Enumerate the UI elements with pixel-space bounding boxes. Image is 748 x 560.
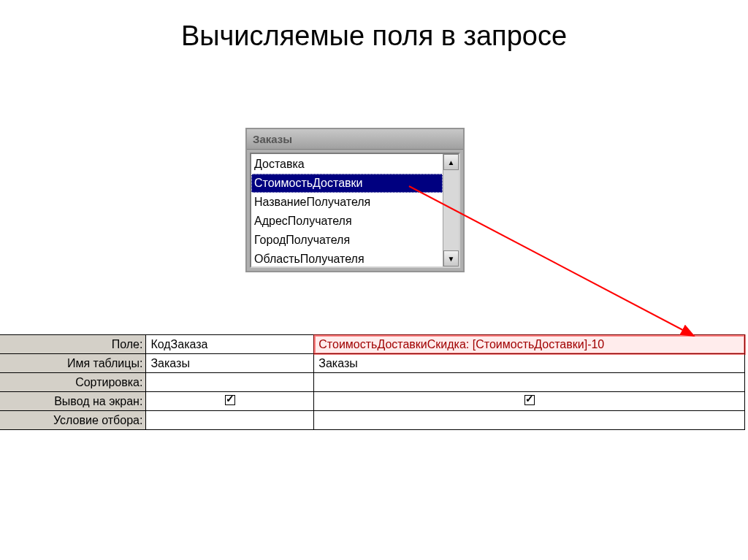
row-label-criteria: Условие отбора:	[0, 411, 146, 430]
cell-sort-col2[interactable]	[314, 373, 745, 392]
field-item[interactable]: АдресПолучателя	[251, 212, 443, 231]
row-label-show: Вывод на экран:	[0, 392, 146, 411]
grid-row-field: Поле: КодЗаказа СтоимостьДоставкиСкидка:…	[0, 335, 745, 354]
cell-show-col1[interactable]	[146, 392, 314, 411]
table-body: ДоставкаСтоимостьДоставкиНазваниеПолучат…	[250, 153, 460, 268]
row-label-table: Имя таблицы:	[0, 354, 146, 373]
triangle-up-icon: ▲	[448, 158, 455, 166]
grid-row-sort: Сортировка:	[0, 373, 745, 392]
slide-title: Вычисляемые поля в запросе	[0, 0, 748, 52]
cell-field-col2[interactable]: СтоимостьДоставкиСкидка: [СтоимостьДоста…	[314, 335, 745, 354]
arrow-annotation	[0, 0, 748, 560]
cell-sort-col1[interactable]	[146, 373, 314, 392]
triangle-down-icon: ▼	[448, 255, 455, 263]
cell-show-col2[interactable]	[314, 392, 745, 411]
grid-row-table: Имя таблицы: Заказы Заказы	[0, 354, 745, 373]
cell-table-col2[interactable]: Заказы	[314, 354, 745, 373]
query-design-grid: Поле: КодЗаказа СтоимостьДоставкиСкидка:…	[0, 334, 745, 430]
scroll-up-button[interactable]: ▲	[443, 154, 459, 170]
field-item[interactable]: ОбластьПолучателя	[251, 250, 443, 266]
checkbox-icon[interactable]	[524, 395, 535, 405]
cell-criteria-col1[interactable]	[146, 411, 314, 430]
field-item[interactable]: СтоимостьДоставки	[251, 174, 443, 193]
field-item[interactable]: ГородПолучателя	[251, 231, 443, 250]
cell-criteria-col2[interactable]	[314, 411, 745, 430]
checkbox-icon[interactable]	[225, 395, 235, 405]
grid-row-criteria: Условие отбора:	[0, 411, 745, 430]
row-label-sort: Сортировка:	[0, 373, 146, 392]
table-title-bar: Заказы	[247, 129, 463, 150]
grid-row-show: Вывод на экран:	[0, 392, 745, 411]
cell-field-col1[interactable]: КодЗаказа	[146, 335, 314, 354]
table-widget: Заказы ДоставкаСтоимостьДоставкиНазвание…	[245, 128, 465, 272]
row-label-field: Поле:	[0, 335, 146, 354]
field-item[interactable]: НазваниеПолучателя	[251, 193, 443, 212]
scroll-down-button[interactable]: ▼	[443, 250, 459, 266]
field-list[interactable]: ДоставкаСтоимостьДоставкиНазваниеПолучат…	[251, 154, 443, 266]
field-item[interactable]: Доставка	[251, 155, 443, 174]
cell-table-col1[interactable]: Заказы	[146, 354, 314, 373]
scrollbar[interactable]: ▲ ▼	[443, 154, 459, 266]
